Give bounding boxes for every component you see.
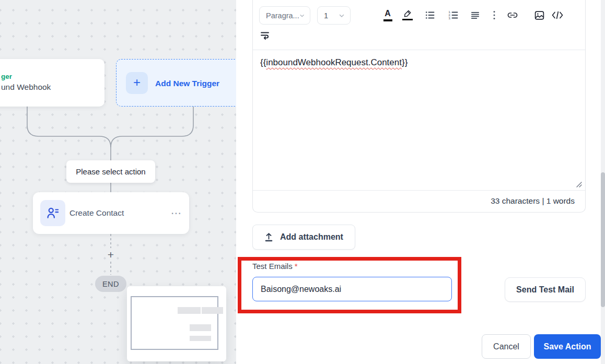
editor-toolbar: Paragra... 1 A [253, 0, 585, 50]
placeholder-bar [202, 307, 223, 314]
template-open-braces: {{ [260, 57, 266, 67]
send-test-mail-button[interactable]: Send Test Mail [505, 277, 586, 302]
email-body-editor[interactable]: {{inboundWebhookRequest.Content}} [253, 50, 585, 190]
font-size-select[interactable]: 1 [317, 6, 351, 25]
paragraph-style-select[interactable]: Paragra... [259, 6, 310, 25]
template-close-braces: }} [402, 57, 408, 67]
test-emails-label: Test Emails * [252, 262, 298, 271]
screen: ger und Webhook + Add New Trigger Please… [0, 0, 605, 364]
action-card-menu-button[interactable]: ⋯ [171, 192, 182, 234]
highlight-icon [402, 10, 413, 21]
resize-handle[interactable] [576, 182, 582, 187]
text-wrap-icon[interactable] [257, 27, 273, 43]
font-size-value: 1 [324, 11, 328, 20]
scrollbar-track[interactable] [601, 0, 605, 364]
trigger-card-title-fragment: ger [1, 73, 104, 80]
template-variable: inboundWebhookRequest.Content [266, 57, 402, 67]
text-color-icon: A [383, 9, 392, 21]
action-card-label: Create Contact [69, 192, 124, 234]
add-new-trigger-label: Add New Trigger [155, 60, 219, 107]
action-card-create-contact[interactable]: Create Contact ⋯ [33, 192, 189, 234]
add-attachment-label: Add attachment [280, 232, 343, 242]
trigger-card-subtitle-fragment: und Webhook [1, 83, 104, 92]
select-action-placeholder[interactable]: Please select action [66, 160, 155, 183]
placeholder-bar [178, 307, 201, 314]
cancel-button[interactable]: Cancel [482, 334, 531, 359]
placeholder-bar [190, 336, 211, 341]
scrollbar-thumb[interactable] [601, 172, 605, 307]
add-new-trigger-button[interactable]: + Add New Trigger [116, 59, 236, 107]
link-icon[interactable] [505, 7, 520, 23]
character-count: 33 characters | 1 words [253, 190, 585, 212]
paragraph-style-value: Paragra... [266, 11, 299, 20]
svg-text:3.: 3. [449, 17, 451, 20]
add-attachment-button[interactable]: Add attachment [252, 225, 355, 250]
preview-frame [131, 296, 218, 350]
test-emails-input[interactable] [252, 277, 452, 301]
text-color-button[interactable]: A [380, 7, 395, 23]
image-icon[interactable] [531, 7, 547, 23]
highlight-color-button[interactable] [400, 7, 415, 23]
trigger-card[interactable]: ger und Webhook [0, 59, 104, 107]
workflow-canvas[interactable]: ger und Webhook + Add New Trigger Please… [0, 0, 236, 364]
upload-icon [264, 232, 273, 242]
chevron-down-icon [299, 13, 305, 19]
code-icon[interactable] [550, 7, 565, 23]
plus-icon: + [126, 72, 148, 94]
email-preview-thumbnail [127, 286, 226, 361]
required-asterisk: * [295, 262, 298, 271]
contact-icon [40, 200, 65, 226]
end-node: END [95, 276, 126, 292]
ordered-list-icon[interactable]: 1.2.3. [446, 7, 461, 23]
add-step-button[interactable]: + [104, 249, 117, 262]
bullet-list-icon[interactable] [422, 7, 438, 23]
align-justify-icon[interactable] [467, 7, 483, 23]
chevron-down-icon [339, 13, 345, 19]
more-options-icon[interactable] [486, 7, 502, 23]
action-settings-panel: Paragra... 1 A [236, 0, 605, 364]
save-action-button[interactable]: Save Action [534, 334, 601, 359]
placeholder-bar [190, 324, 211, 331]
rich-text-editor: Paragra... 1 A [252, 0, 586, 213]
